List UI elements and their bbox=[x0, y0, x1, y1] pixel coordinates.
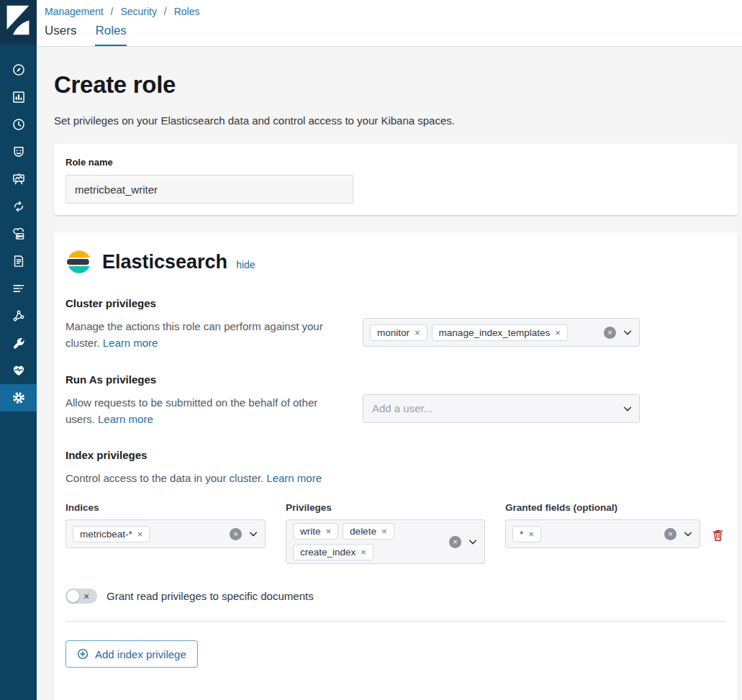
clear-all-icon[interactable]: × bbox=[604, 327, 616, 339]
selected-option-pill[interactable]: delete× bbox=[343, 523, 394, 540]
remove-pill-icon[interactable]: × bbox=[555, 327, 561, 338]
breadcrumb-security[interactable]: Security bbox=[120, 6, 157, 17]
chevron-down-icon[interactable] bbox=[683, 529, 693, 539]
role-name-label: Role name bbox=[65, 157, 113, 168]
breadcrumb: Management / Security / Roles bbox=[45, 6, 742, 17]
elasticsearch-card: Elasticsearch hide Cluster privileges Ma… bbox=[54, 232, 738, 700]
page-content: Create role Set privileges on your Elast… bbox=[37, 47, 742, 700]
role-name-card: Role name bbox=[54, 144, 738, 215]
run-as-heading: Run As privileges bbox=[65, 373, 726, 386]
breadcrumb-roles[interactable]: Roles bbox=[174, 6, 200, 17]
section-divider bbox=[65, 621, 726, 622]
grant-docs-toggle-row: × Grant read privileges to specific docu… bbox=[65, 588, 726, 604]
sidebar-item-visualize[interactable] bbox=[0, 83, 37, 111]
dashboard-gauge-icon bbox=[12, 117, 26, 132]
graph-network-icon bbox=[12, 309, 26, 323]
delete-index-privilege-button[interactable] bbox=[710, 527, 726, 543]
page-subtitle: Set privileges on your Elasticsearch dat… bbox=[54, 114, 738, 127]
selected-option-pill[interactable]: *× bbox=[512, 526, 541, 542]
clear-all-icon[interactable]: × bbox=[230, 528, 242, 540]
sidebar-item-discover[interactable] bbox=[0, 56, 37, 83]
toggle-off-x-icon: × bbox=[83, 591, 89, 601]
index-privileges-description: Control access to the data in your clust… bbox=[65, 470, 706, 486]
sidebar-item-canvas[interactable] bbox=[0, 138, 37, 165]
cluster-privileges-combobox[interactable]: monitor×manage_index_templates× × bbox=[363, 318, 640, 347]
run-as-learn-more-link[interactable]: Learn more bbox=[98, 413, 153, 425]
index-privilege-row: Indices metricbeat-*× × Pr bbox=[65, 502, 726, 564]
cluster-privileges-section: Cluster privileges Manage the actions th… bbox=[65, 297, 726, 352]
sidebar-item-apm[interactable] bbox=[0, 193, 37, 220]
sidebar-item-graph[interactable] bbox=[0, 302, 37, 329]
run-as-description: Allow requests to be submitted on the be… bbox=[65, 394, 343, 428]
uptime-list-icon bbox=[12, 281, 26, 296]
chevron-down-icon[interactable] bbox=[623, 327, 633, 337]
grant-docs-toggle[interactable]: × bbox=[65, 588, 97, 604]
infrastructure-cloud-icon bbox=[12, 227, 26, 241]
pill-label: delete bbox=[350, 526, 376, 537]
index-learn-more-link[interactable]: Learn more bbox=[266, 472, 322, 484]
tab-roles[interactable]: Roles bbox=[95, 24, 126, 46]
sidebar-nav bbox=[0, 56, 37, 412]
sidebar-item-management[interactable] bbox=[0, 384, 37, 412]
pill-label: manage_index_templates bbox=[439, 327, 551, 338]
toggle-knob bbox=[66, 589, 80, 603]
indices-combobox[interactable]: metricbeat-*× × bbox=[65, 519, 266, 548]
monitoring-heartbeat-icon bbox=[12, 363, 26, 378]
sidebar-item-logs[interactable] bbox=[0, 247, 37, 275]
index-privileges-section: Index privileges Control access to the d… bbox=[65, 449, 726, 668]
pill-label: create_index bbox=[300, 547, 356, 558]
remove-pill-icon[interactable]: × bbox=[528, 529, 534, 540]
page-title: Create role bbox=[54, 71, 738, 99]
metrics-easel-icon bbox=[12, 172, 26, 186]
sidebar-item-infrastructure[interactable] bbox=[0, 220, 37, 247]
breadcrumb-management[interactable]: Management bbox=[45, 6, 104, 17]
elasticsearch-header: Elasticsearch hide bbox=[65, 248, 726, 276]
elasticsearch-logo-icon bbox=[65, 248, 93, 276]
cluster-learn-more-link[interactable]: Learn more bbox=[103, 337, 158, 349]
sidebar-item-monitoring[interactable] bbox=[0, 357, 37, 384]
chevron-down-icon[interactable] bbox=[468, 537, 478, 547]
selected-option-pill[interactable]: metricbeat-*× bbox=[73, 526, 150, 542]
discover-compass-icon bbox=[12, 63, 26, 77]
role-name-input[interactable] bbox=[65, 175, 353, 204]
clear-all-icon[interactable]: × bbox=[664, 528, 677, 540]
kibana-logo-icon bbox=[4, 4, 32, 36]
pill-label: metricbeat-* bbox=[80, 529, 132, 540]
kibana-logo[interactable] bbox=[0, 0, 37, 45]
selected-option-pill[interactable]: monitor× bbox=[370, 324, 427, 341]
chevron-down-icon[interactable] bbox=[248, 529, 258, 539]
sidebar-item-uptime[interactable] bbox=[0, 275, 37, 302]
add-index-privilege-button[interactable]: Add index privilege bbox=[65, 640, 198, 668]
tab-users[interactable]: Users bbox=[45, 24, 76, 46]
remove-pill-icon[interactable]: × bbox=[381, 526, 387, 537]
selected-option-pill[interactable]: write× bbox=[293, 523, 338, 540]
privileges-combobox[interactable]: write×delete×create_index× × bbox=[286, 519, 485, 564]
sidebar-item-metrics[interactable] bbox=[0, 165, 37, 193]
run-as-placeholder: Add a user... bbox=[370, 402, 616, 414]
selected-granted-fields: *× bbox=[512, 526, 658, 542]
cluster-privileges-heading: Cluster privileges bbox=[65, 297, 726, 309]
sidebar-item-dev-tools[interactable] bbox=[0, 329, 37, 357]
sidebar-item-dashboard[interactable] bbox=[0, 111, 37, 138]
remove-pill-icon[interactable]: × bbox=[415, 327, 420, 338]
grant-docs-toggle-label: Grant read privileges to specific docume… bbox=[107, 590, 314, 602]
granted-fields-combobox[interactable]: *× × bbox=[505, 519, 700, 548]
remove-pill-icon[interactable]: × bbox=[137, 529, 143, 540]
logs-file-icon bbox=[12, 254, 26, 268]
privileges-label: Privileges bbox=[286, 502, 485, 513]
pill-label: * bbox=[520, 529, 523, 540]
run-as-combobox[interactable]: Add a user... bbox=[363, 394, 640, 423]
description-text: Control access to the data in your clust… bbox=[65, 472, 263, 484]
selected-option-pill[interactable]: manage_index_templates× bbox=[432, 324, 568, 341]
chevron-down-icon[interactable] bbox=[623, 404, 633, 414]
selected-option-pill[interactable]: create_index× bbox=[293, 544, 374, 560]
clear-all-icon[interactable]: × bbox=[449, 536, 461, 548]
pill-label: write bbox=[300, 526, 321, 537]
remove-pill-icon[interactable]: × bbox=[326, 526, 332, 537]
hide-section-link[interactable]: hide bbox=[236, 259, 255, 271]
elasticsearch-section-title: Elasticsearch bbox=[102, 251, 227, 273]
combo-controls: × bbox=[604, 327, 633, 339]
remove-pill-icon[interactable]: × bbox=[361, 547, 366, 558]
plus-circle-icon bbox=[77, 648, 89, 660]
app-sidebar bbox=[0, 0, 37, 700]
